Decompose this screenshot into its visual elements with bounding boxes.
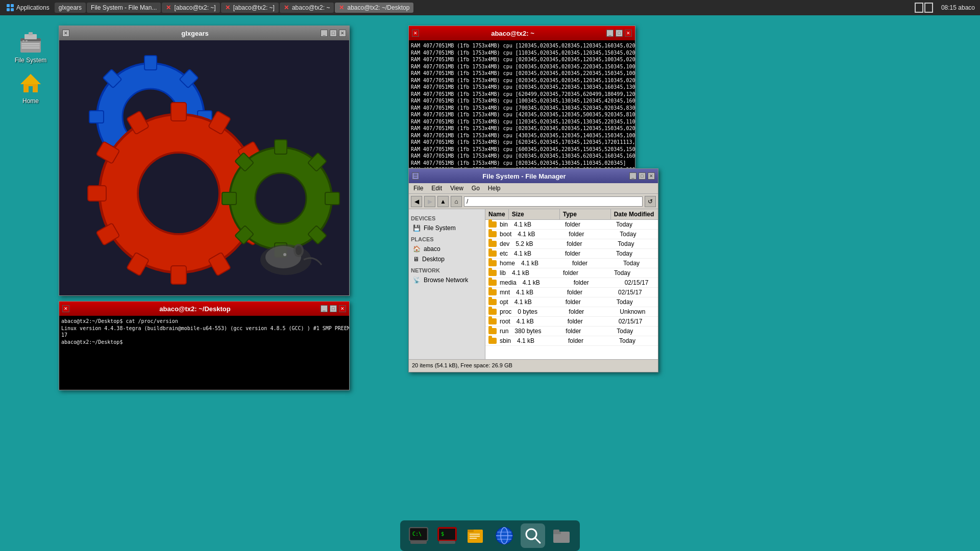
table-row[interactable]: mnt 4.1 kB folder 02/15/17 xyxy=(485,288,658,297)
table-row[interactable]: bin 4.1 kB folder Today xyxy=(485,220,658,230)
desktop-sidebar-icon: 🖥 xyxy=(413,256,419,263)
terminal-line: RAM 407/7051MB (1fb 1753x4MB) cpu [70034… xyxy=(411,105,633,112)
terminal2-body[interactable]: abaco@tx2:~/Desktop$ cat /proc/versionLi… xyxy=(59,316,349,390)
menu-file[interactable]: File xyxy=(412,184,425,192)
window-controls-right: _ □ ✕ xyxy=(629,172,655,180)
top-taskbar: Applications glxgears File System - File… xyxy=(0,0,980,15)
taskbar-apps: Applications glxgears File System - File… xyxy=(0,2,912,13)
terminal-line: RAM 407/7051MB (1fb 1753x4MB) cpu [12034… xyxy=(411,118,633,126)
menu-help[interactable]: Help xyxy=(486,184,502,192)
file-size: 4.1 kB xyxy=(511,249,562,258)
layout-icon[interactable] xyxy=(915,3,933,13)
file-modified: Today xyxy=(615,239,658,248)
taskbar-item-term1[interactable]: ✕ [abaco@tx2: ~] xyxy=(162,3,219,13)
folder-icon xyxy=(488,251,497,257)
terminal-line: RAM 407/7051MB (1fb 1753x4MB) cpu [12034… xyxy=(411,42,633,49)
tb-browser[interactable] xyxy=(492,523,517,548)
window-close-btn2[interactable]: ✕ xyxy=(339,305,346,312)
menu-go[interactable]: Go xyxy=(470,184,481,192)
refresh-button[interactable]: ↺ xyxy=(645,196,656,207)
file-type: folder xyxy=(565,336,616,345)
window-max-btn[interactable]: □ xyxy=(639,172,646,180)
window-close-btn[interactable]: ✕ xyxy=(412,30,419,37)
window-min-btn[interactable]: _ xyxy=(629,172,636,180)
window-close-btn2[interactable]: ✕ xyxy=(648,172,655,180)
menu-edit[interactable]: Edit xyxy=(430,184,444,192)
svg-rect-9 xyxy=(26,40,28,41)
table-row[interactable]: sbin 4.1 kB folder Today xyxy=(485,336,658,346)
tb-terminal1[interactable]: C:\ xyxy=(406,523,431,548)
sidebar-item-filesystem[interactable]: 💾 File System xyxy=(411,223,483,233)
applications-button[interactable]: Applications xyxy=(2,2,54,13)
window-min-btn[interactable]: _ xyxy=(606,30,614,37)
home-nav-button[interactable]: ⌂ xyxy=(451,196,462,207)
table-row[interactable]: proc 0 bytes folder Unknown xyxy=(485,307,658,317)
window-max-btn[interactable]: □ xyxy=(330,305,337,312)
bottom-taskbar: C:\ $ xyxy=(400,520,580,551)
sidebar-item-abaco[interactable]: 🏠 abaco xyxy=(411,244,483,254)
tb-folder[interactable] xyxy=(549,523,574,548)
tb-files[interactable] xyxy=(463,523,488,548)
terminal-line: RAM 407/7051MB (1fb 1753x4MB) cpu [42034… xyxy=(411,111,633,118)
filesystem-label: File System xyxy=(15,57,47,64)
tb-search[interactable] xyxy=(521,523,545,548)
window-close-btn[interactable]: ✕ xyxy=(62,30,69,37)
terminal1-titlebar[interactable]: ✕ abaco@tx2: ~ _ □ ✕ xyxy=(409,26,635,40)
menu-view[interactable]: View xyxy=(449,184,465,192)
table-row[interactable]: boot 4.1 kB folder Today xyxy=(485,230,658,239)
taskbar-item-glxgears[interactable]: glxgears xyxy=(55,3,86,13)
window-close-btn[interactable]: ✕ xyxy=(62,305,69,312)
table-row[interactable]: media 4.1 kB folder 02/15/17 xyxy=(485,278,658,288)
window-close-btn[interactable]: ☰ xyxy=(412,172,419,180)
terminal2-titlebar[interactable]: ✕ abaco@tx2: ~/Desktop _ □ ✕ xyxy=(59,302,349,316)
table-row[interactable]: opt 4.1 kB folder Today xyxy=(485,297,658,307)
location-bar[interactable]: / xyxy=(464,196,643,207)
window-close-btn2[interactable]: ✕ xyxy=(625,30,632,37)
window-controls-right: _ □ ✕ xyxy=(321,30,346,37)
folder-icon xyxy=(488,299,497,305)
svg-rect-67 xyxy=(470,536,480,537)
up-button[interactable]: ▲ xyxy=(437,196,449,207)
table-row[interactable]: etc 4.1 kB folder Today xyxy=(485,249,658,259)
forward-button[interactable]: ▶ xyxy=(424,196,435,207)
places-section-label: PLACES xyxy=(411,236,483,242)
window-max-btn[interactable]: □ xyxy=(616,30,623,37)
sidebar-item-desktop[interactable]: 🖥 Desktop xyxy=(411,254,483,264)
file-name: home xyxy=(485,259,518,268)
table-row[interactable]: run 380 bytes folder Today xyxy=(485,327,658,336)
window-min-btn[interactable]: _ xyxy=(321,30,328,37)
back-button[interactable]: ◀ xyxy=(411,196,422,207)
filemanager-titlebar[interactable]: ☰ File System - File Manager _ □ ✕ xyxy=(409,169,658,183)
table-row[interactable]: dev 5.2 kB folder Today xyxy=(485,239,658,249)
table-row[interactable]: home 4.1 kB folder Today xyxy=(485,259,658,268)
terminal1-body[interactable]: RAM 407/7051MB (1fb 1753x4MB) cpu [12034… xyxy=(409,40,635,168)
tb-terminal2[interactable]: $ xyxy=(435,523,459,548)
window-controls: ✕ xyxy=(62,305,69,312)
table-row[interactable]: root 4.1 kB folder 02/15/17 xyxy=(485,317,658,327)
file-type: folder xyxy=(565,317,616,326)
file-size: 4.1 kB xyxy=(509,268,560,278)
terminal-line: RAM 407/7051MB (1fb 1753x4MB) cpu [10034… xyxy=(411,97,633,105)
terminal-line: 17 xyxy=(61,332,347,339)
folder-icon xyxy=(488,270,497,276)
table-row[interactable]: lib 4.1 kB folder Today xyxy=(485,268,658,278)
window-max-btn[interactable]: □ xyxy=(330,30,337,37)
terminal-screen-icon: C:\ xyxy=(408,525,429,546)
taskbar-item-term2[interactable]: ✕ [abaco@tx2: ~] xyxy=(221,3,279,13)
window-min-btn[interactable]: _ xyxy=(321,305,328,312)
filelist-header: Name Size Type Date Modified xyxy=(485,209,658,220)
glxgears-titlebar[interactable]: ✕ glxgears _ □ ✕ xyxy=(59,26,349,40)
folder-icon xyxy=(551,525,572,546)
desktop-icon-home[interactable]: Home xyxy=(10,69,51,107)
x-icon: ✕ xyxy=(284,4,289,11)
taskbar-item-filemanager[interactable]: File System - File Man... xyxy=(87,3,161,13)
file-modified: Today xyxy=(620,259,658,268)
taskbar-item-term4[interactable]: ✕ abaco@tx2: ~/Desktop xyxy=(335,3,413,13)
desktop-icon-filesystem[interactable]: File System xyxy=(10,28,51,66)
svg-rect-1 xyxy=(11,4,14,7)
filemanager-sidebar: DEVICES 💾 File System PLACES 🏠 abaco 🖥 D… xyxy=(409,209,485,359)
sidebar-item-browse-network[interactable]: 📡 Browse Network xyxy=(411,275,483,285)
window-close-btn2[interactable]: ✕ xyxy=(339,30,346,37)
statusbar-text: 20 items (54.1 kB), Free space: 26.9 GB xyxy=(412,362,512,368)
taskbar-item-term3[interactable]: ✕ abaco@tx2: ~ xyxy=(280,3,334,13)
